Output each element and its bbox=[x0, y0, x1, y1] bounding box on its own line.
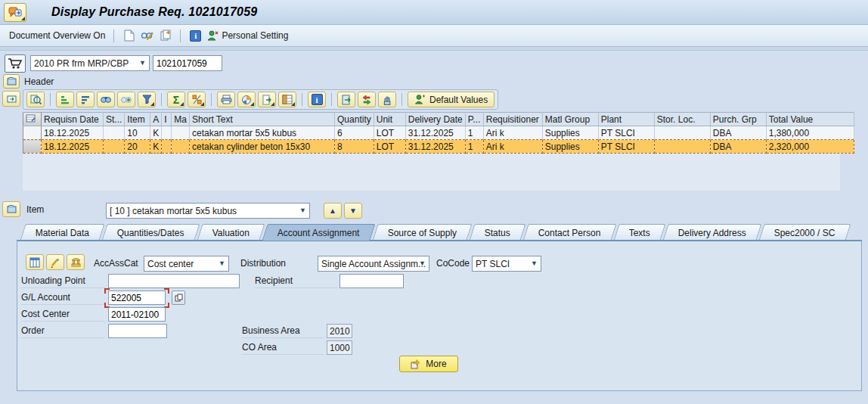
currency-icon[interactable] bbox=[67, 254, 85, 270]
tab-source-of-supply[interactable]: Source of Supply bbox=[372, 224, 473, 241]
row-selector[interactable] bbox=[23, 126, 42, 140]
application-toolbar: Document Overview On i Personal Setting bbox=[0, 25, 868, 47]
chevron-down-icon: ▼ bbox=[419, 259, 426, 267]
toolbar-separator bbox=[113, 30, 114, 42]
tab-delivery-address[interactable]: Delivery Address bbox=[663, 224, 762, 241]
co-code-dropdown[interactable]: PT SLCI ▼ bbox=[472, 256, 541, 272]
chevron-down-icon: ▼ bbox=[531, 259, 538, 267]
column-header[interactable]: Stor. Loc. bbox=[654, 113, 710, 126]
co-code-label: CoCode bbox=[436, 258, 470, 269]
document-type-dropdown[interactable]: 2010 PR frm MRP/CBP ▼ bbox=[30, 55, 150, 71]
column-header[interactable]: P... bbox=[465, 113, 483, 126]
business-area-field: 2010 bbox=[327, 324, 352, 338]
gl-account-field[interactable] bbox=[108, 291, 166, 305]
tab-material-data[interactable]: Material Data bbox=[20, 224, 105, 241]
chevron-down-icon: ▼ bbox=[139, 59, 146, 67]
gl-account-overview-button[interactable] bbox=[172, 291, 185, 305]
collapse-section-icon[interactable] bbox=[3, 74, 20, 89]
cost-center-field[interactable] bbox=[108, 307, 166, 322]
collapse-item-icon[interactable] bbox=[2, 201, 20, 217]
column-header[interactable]: I bbox=[162, 113, 172, 126]
order-field[interactable] bbox=[108, 324, 167, 338]
document-overview-button[interactable]: Document Overview On bbox=[9, 30, 105, 41]
tab-account-assignment[interactable]: Account Assignment bbox=[262, 224, 376, 241]
personal-setting-button[interactable]: Personal Setting bbox=[207, 30, 288, 42]
column-header[interactable]: Short Text bbox=[190, 113, 335, 126]
tab-valuation[interactable]: Valuation bbox=[197, 224, 265, 241]
title-bar: Display Purchase Req. 1021017059 bbox=[0, 0, 868, 25]
print-icon[interactable] bbox=[217, 92, 235, 107]
tab-status[interactable]: Status bbox=[470, 224, 526, 241]
display-change-icon[interactable] bbox=[141, 30, 153, 42]
column-header[interactable]: Item bbox=[125, 113, 150, 126]
column-header[interactable]: Matl Group bbox=[542, 113, 598, 126]
select-all-header[interactable] bbox=[23, 113, 42, 126]
distribution-dropdown[interactable]: Single Account Assignm... ▼ bbox=[318, 256, 429, 272]
item-dropdown[interactable]: [ 10 ] cetakan mortar 5x5 kubus ▼ bbox=[106, 203, 310, 219]
shopping-cart-icon[interactable] bbox=[5, 54, 26, 73]
check-assignments-icon[interactable] bbox=[358, 92, 376, 107]
find-icon[interactable] bbox=[97, 92, 115, 107]
column-header[interactable]: Unit bbox=[374, 113, 405, 126]
detail-icon[interactable] bbox=[26, 92, 45, 107]
previous-item-button[interactable]: ▲ bbox=[324, 203, 342, 219]
grid-toolbar: Σ i Default Values bbox=[23, 89, 498, 110]
chevron-down-icon: ▼ bbox=[299, 207, 306, 214]
document-number-field[interactable] bbox=[153, 55, 222, 71]
info-icon[interactable]: i bbox=[308, 92, 326, 107]
up-arrow-icon: ▲ bbox=[329, 207, 336, 215]
sum-icon[interactable]: Σ bbox=[167, 92, 185, 107]
column-header[interactable]: A bbox=[150, 113, 162, 126]
item-details-icon[interactable] bbox=[337, 92, 355, 107]
create-document-icon[interactable] bbox=[122, 30, 135, 42]
toolbar-separator bbox=[180, 30, 181, 42]
cost-center-label: Cost Center bbox=[21, 309, 106, 322]
assignment-table-icon[interactable] bbox=[26, 254, 44, 270]
copy-document-icon[interactable] bbox=[159, 30, 172, 42]
transaction-menu-button[interactable] bbox=[4, 3, 26, 22]
default-values-button[interactable]: Default Values bbox=[408, 92, 494, 107]
filter-icon[interactable] bbox=[138, 92, 156, 107]
table-select-icon bbox=[26, 114, 36, 123]
header-section-toggle[interactable]: Header bbox=[3, 74, 54, 89]
column-header[interactable]: Requisn Date bbox=[42, 113, 104, 126]
unloading-point-label: Unloading Point bbox=[21, 275, 106, 288]
more-button[interactable]: More bbox=[399, 356, 458, 372]
sort-ascending-icon[interactable] bbox=[56, 92, 74, 107]
down-arrow-icon: ▼ bbox=[349, 207, 357, 215]
row-selector[interactable] bbox=[23, 140, 42, 154]
table-row-selected[interactable]: 18.12.2025 20 K cetakan cylinder beton 1… bbox=[23, 140, 854, 154]
subtotal-icon[interactable] bbox=[188, 92, 206, 107]
change-display-icon[interactable] bbox=[46, 254, 64, 270]
column-header[interactable]: Purch. Grp bbox=[710, 113, 766, 126]
tab-texts[interactable]: Texts bbox=[614, 224, 666, 241]
recipient-field[interactable] bbox=[339, 274, 404, 288]
column-header[interactable]: Quantity bbox=[335, 113, 374, 126]
column-header[interactable]: Delivery Date bbox=[405, 113, 465, 126]
info-icon[interactable]: i bbox=[189, 30, 202, 42]
export-icon[interactable] bbox=[258, 92, 276, 107]
next-item-button[interactable]: ▼ bbox=[344, 203, 362, 219]
column-header[interactable]: Total Value bbox=[766, 113, 854, 126]
sort-descending-icon[interactable] bbox=[76, 92, 95, 107]
column-header[interactable]: Plant bbox=[598, 113, 654, 126]
column-header[interactable]: St... bbox=[104, 113, 125, 126]
acc-ass-cat-label: AccAssCat bbox=[94, 258, 138, 269]
find-next-icon[interactable] bbox=[117, 92, 135, 107]
person-icon bbox=[414, 94, 426, 105]
table-row[interactable]: 18.12.2025 10 K cetakan mortar 5x5 kubus… bbox=[23, 126, 854, 140]
views-icon[interactable] bbox=[237, 92, 256, 107]
tab-quantities-dates[interactable]: Quantities/Dates bbox=[102, 224, 200, 241]
acc-ass-cat-dropdown[interactable]: Cost center ▼ bbox=[144, 256, 229, 272]
collapse-grid-icon[interactable] bbox=[2, 91, 20, 107]
sap-window: Display Purchase Req. 1021017059 Documen… bbox=[0, 0, 868, 404]
tab-spec2000-sc[interactable]: Spec2000 / SC bbox=[759, 224, 851, 241]
column-header[interactable]: Requisitioner bbox=[483, 113, 542, 126]
layout-icon[interactable] bbox=[278, 92, 296, 107]
tab-contact-person[interactable]: Contact Person bbox=[523, 224, 617, 241]
co-area-field: 1000 bbox=[327, 340, 352, 355]
distribution-label: Distribution bbox=[240, 258, 286, 269]
unloading-point-field[interactable] bbox=[108, 274, 240, 288]
hold-icon[interactable] bbox=[378, 92, 396, 107]
column-header[interactable]: Ma bbox=[172, 113, 190, 126]
